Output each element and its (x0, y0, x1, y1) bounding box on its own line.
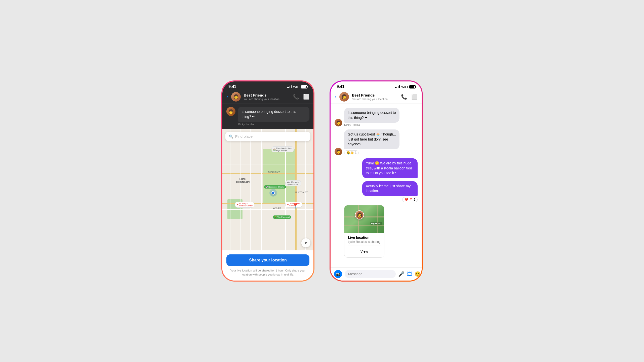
msg1-container: Is someone bringing dessert to this thin… (344, 108, 399, 126)
left-msg-sender: Ricky Padilla (238, 123, 309, 126)
right-signal-bar-3 (398, 86, 398, 88)
right-chat-area: 🧑 Is someone bringing dessert to this th… (331, 104, 422, 267)
right-battery-fill (410, 86, 414, 88)
msg-row-3: Yum! 😋 We are by this huge tree, with a … (335, 158, 418, 178)
right-status-time: 9:41 (337, 84, 344, 89)
msg3-text: Yum! 😋 We are by this huge tree, with a … (366, 161, 412, 175)
left-status-bar: 9:41 WiFi (222, 81, 313, 90)
msg-row-location: 👩 Hippie Hill Live location Lydie Rosale… (335, 205, 418, 258)
right-back-button[interactable]: ‹ (335, 94, 336, 100)
mic-button[interactable]: 🎤 (398, 271, 405, 277)
signal-bar-3 (290, 86, 290, 88)
msg4-reaction-text: ❤️ 📍 2 (405, 198, 415, 201)
photo-button[interactable]: 🖼 (407, 271, 412, 277)
location-card-title: Live location (348, 236, 381, 240)
right-battery-icon (409, 85, 416, 88)
left-header-name: Best Friends (244, 93, 290, 98)
map-v-road-thick (295, 129, 297, 250)
sticker-button[interactable]: 😊 (415, 271, 421, 277)
msg2-reaction-text: 🤤👋 3 (346, 151, 356, 155)
map-green-1 (263, 149, 295, 204)
location-map-inner: 👩 Hippie Hill (344, 205, 384, 233)
message-input[interactable] (345, 270, 396, 278)
location-card[interactable]: 👩 Hippie Hill Live location Lydie Rosale… (344, 205, 384, 258)
map-v-road-1 (230, 129, 230, 250)
right-header-info: Best Friends You are sharing your locati… (352, 93, 398, 101)
right-chat-header: ‹ 👩 Best Friends You are sharing your lo… (331, 90, 422, 104)
msg3-container: Yum! 😋 We are by this huge tree, with a … (362, 158, 418, 178)
map-compass-button[interactable]: ➤ (301, 238, 310, 247)
right-phone-button[interactable]: 📞 (401, 94, 407, 100)
war-memorial-poi: War MemorialGymnasium (285, 180, 301, 186)
msg4-text: Actually let me just share my location. (366, 184, 411, 193)
stadium-poi: ⚽ Negoesco Stadiur (264, 185, 286, 189)
right-signal-bar-1 (395, 87, 396, 88)
share-location-button[interactable]: Share your location (226, 254, 309, 266)
camera-button[interactable]: 📷 (334, 270, 342, 278)
left-back-button[interactable]: ‹ (226, 94, 228, 100)
left-header-avatar: 👩 (231, 92, 241, 102)
left-chat-header: ‹ 👩 Best Friends You are sharing your lo… (222, 90, 313, 104)
location-card-divider (348, 246, 381, 246)
left-share-section: Share your location Your live location w… (222, 250, 313, 281)
left-phone-button[interactable]: 📞 (293, 94, 299, 100)
location-avatar-pin: 👩 (355, 210, 364, 219)
msg-row-1: 🧑 Is someone bringing dessert to this th… (335, 108, 418, 126)
left-map-section[interactable]: LONEMOUNTAIN TURK BLVD FELL ST OAK ST FU… (222, 129, 313, 250)
msg2-container: Got us cupcakes! 🧁 Though... just got he… (344, 129, 399, 155)
raoul-school-poi: 🏫 Raoul WallenbergHigh School (271, 146, 294, 152)
right-header-name: Best Friends (352, 93, 398, 98)
raoul-icon: 🏫 (273, 148, 276, 151)
panhandle-poi: 🌳 The Panhandl (273, 215, 291, 219)
st-marys-poi: ✚ St. Mary'sMedical Center (235, 202, 254, 208)
msg3-bubble: Yum! 😋 We are by this huge tree, with a … (362, 158, 418, 178)
right-video-button[interactable]: ⬜ (411, 94, 418, 100)
signal-bar-1 (287, 87, 288, 88)
left-status-time: 9:41 (228, 84, 236, 89)
map-h-road-3 (222, 164, 313, 164)
find-place-input[interactable]: Find place (235, 134, 253, 139)
right-avatar-image: 👩 (339, 92, 349, 102)
find-place-bar[interactable]: 🔍 Find place (225, 132, 310, 141)
left-msg-content: Is someone bringing dessert to this thin… (238, 107, 309, 126)
right-header-avatar: 👩 (339, 92, 349, 102)
battery-icon (301, 85, 307, 88)
hospital-icon: ✚ (237, 204, 238, 206)
turk-blvd-label: TURK BLVD (268, 171, 280, 174)
location-card-view-button[interactable]: View (348, 248, 381, 255)
location-card-subtitle: Lydie Rosales is sharing (348, 240, 381, 244)
right-signal-bar-4 (399, 85, 400, 88)
left-msg-avatar: 🧑 (226, 107, 235, 116)
right-msg-input-bar: 📷 🎤 🖼 😊 (331, 267, 422, 281)
map-h-road-2 (222, 154, 313, 154)
raoul-label: Raoul WallenbergHigh School (276, 147, 292, 152)
stadium-label: Negoesco Stadiur (268, 186, 285, 188)
left-video-button[interactable]: ⬜ (303, 94, 309, 100)
right-phone: 9:41 WiFi ‹ 👩 Best Friends (331, 81, 422, 281)
map-h-road-7 (222, 209, 313, 210)
left-status-icons: WiFi (287, 85, 307, 89)
panhandle-label: The Panhandl (277, 216, 290, 218)
msg-row-2: 🧑 Got us cupcakes! 🧁 Though... just got … (335, 129, 418, 155)
msg4-reaction: ❤️ 📍 2 (402, 197, 418, 202)
left-header-subtitle: You are sharing your location (244, 98, 290, 101)
map-v-road-3 (250, 129, 251, 250)
left-phone: 9:41 WiFi ‹ 👩 Best Friends (222, 81, 313, 281)
left-phone-wrapper: 9:41 WiFi ‹ 👩 Best Friends (221, 80, 314, 282)
loc-road-v2 (377, 205, 378, 233)
right-wifi-icon: WiFi (401, 85, 408, 89)
msg2-reaction: 🤤👋 3 (344, 150, 359, 155)
find-place-search-icon: 🔍 (229, 134, 233, 139)
lone-mountain-label: LONEMOUNTAIN (236, 178, 250, 184)
map-v-road-2 (240, 129, 240, 250)
location-card-body: Live location Lydie Rosales is sharing V… (344, 233, 384, 257)
left-message-preview: 🧑 Is someone bringing dessert to this th… (222, 104, 313, 129)
map-v-road-4 (261, 129, 262, 250)
signal-bar-4 (291, 85, 292, 88)
wifi-icon: WiFi (293, 85, 300, 89)
msg2-bubble: Got us cupcakes! 🧁 Though... just got he… (344, 129, 399, 149)
right-phone-wrapper: 9:41 WiFi ‹ 👩 Best Friends (330, 80, 423, 282)
st-marys-label: St. Mary'sMedical Center (239, 202, 253, 207)
right-signal-bar-2 (396, 87, 397, 88)
panhandle-icon: 🌳 (274, 216, 277, 218)
